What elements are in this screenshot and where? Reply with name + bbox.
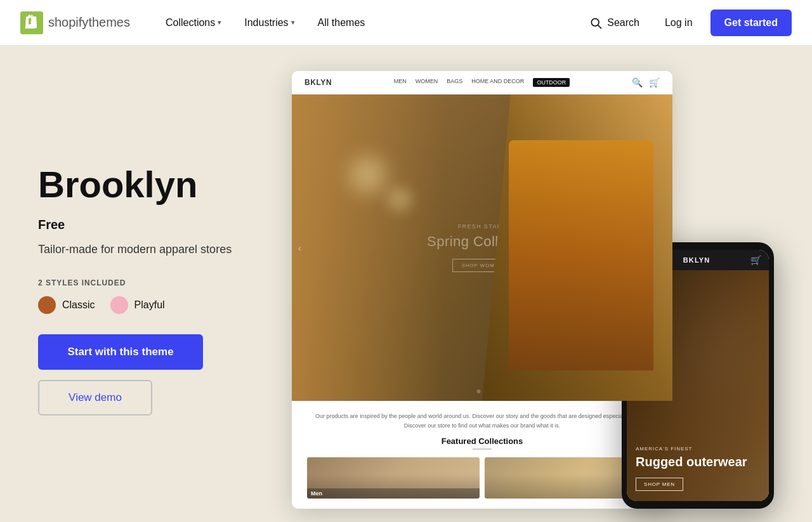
classic-label: Classic [62, 299, 95, 311]
playful-label: Playful [134, 299, 165, 311]
preview-hero-image: FRESH START Spring Collection SHOP WOMEN… [292, 95, 672, 401]
nav-collections[interactable]: Collections ▾ [155, 12, 232, 34]
nav-industries[interactable]: Industries ▾ [234, 12, 304, 34]
theme-description: Tailor-made for modern apparel stores [38, 241, 266, 258]
preview-products-grid: Men [307, 457, 657, 499]
mobile-hero-title: Rugged outerwear [636, 454, 760, 469]
styles-heading: 2 STYLES INCLUDED [38, 278, 266, 287]
preview-product-men: Men [307, 457, 480, 499]
login-link[interactable]: Log in [657, 12, 700, 34]
mobile-hero-text: AMERICA'S FINEST Rugged outerwear SHOP M… [636, 446, 760, 491]
shopify-logo-icon [20, 11, 43, 34]
main-nav: shopifythemes Collections ▾ Industries ▾… [0, 0, 812, 46]
logo-text: shopifythemes [48, 15, 130, 30]
product-image-men: Men [307, 457, 480, 499]
preview-cart-icon: 🛒 [649, 77, 660, 88]
search-icon [589, 16, 602, 29]
styles-row: Classic Playful [38, 296, 266, 314]
playful-color-dot [110, 296, 128, 314]
mobile-logo: BKLYN [683, 256, 710, 264]
mobile-cart-icon: 🛒 [750, 255, 761, 265]
preview-prev-arrow: ‹ [298, 243, 301, 253]
classic-color-dot [38, 296, 56, 314]
svg-line-2 [598, 25, 601, 28]
preview-search-icon: 🔍 [632, 77, 643, 88]
product-label-men: Men [307, 488, 480, 499]
theme-preview-area: BKLYN MEN WOMEN BAGS HOME AND DECOR OUTD… [292, 71, 774, 509]
get-started-button[interactable]: Get started [710, 10, 792, 36]
start-theme-button[interactable]: Start with this theme [38, 334, 203, 370]
preview-nav-links: MEN WOMEN BAGS HOME AND DECOR OUTDOOR [394, 78, 570, 87]
nav-links: Collections ▾ Industries ▾ All themes [155, 12, 582, 34]
preview-nav-icons: 🔍 🛒 [632, 77, 660, 88]
view-demo-button[interactable]: View demo [38, 380, 152, 415]
desktop-preview: BKLYN MEN WOMEN BAGS HOME AND DECOR OUTD… [292, 71, 672, 509]
preview-section-title: Featured Collections [307, 436, 657, 446]
theme-price: Free [38, 218, 266, 232]
chevron-down-icon: ▾ [291, 18, 295, 27]
style-classic-option[interactable]: Classic [38, 296, 95, 314]
preview-logo: BKLYN [304, 78, 332, 87]
preview-content-section: Our products are inspired by the people … [292, 401, 672, 509]
chevron-down-icon: ▾ [218, 18, 221, 27]
search-button[interactable]: Search [582, 11, 647, 34]
mobile-hero-button: SHOP MEN [636, 478, 683, 491]
theme-name: Brooklyn [38, 164, 266, 205]
hero-left-panel: Brooklyn Free Tailor-made for modern app… [38, 164, 292, 415]
preview-body-text: Our products are inspired by the people … [307, 412, 657, 430]
mobile-hero-sub: AMERICA'S FINEST [636, 446, 760, 452]
nav-all-themes[interactable]: All themes [308, 12, 376, 34]
hero-section: Brooklyn Free Tailor-made for modern app… [0, 46, 812, 522]
style-playful-option[interactable]: Playful [110, 296, 165, 314]
preview-section-line [473, 448, 492, 450]
nav-right: Search Log in Get started [582, 10, 792, 36]
preview-navbar: BKLYN MEN WOMEN BAGS HOME AND DECOR OUTD… [292, 71, 672, 95]
logo-link[interactable]: shopifythemes [20, 11, 130, 34]
